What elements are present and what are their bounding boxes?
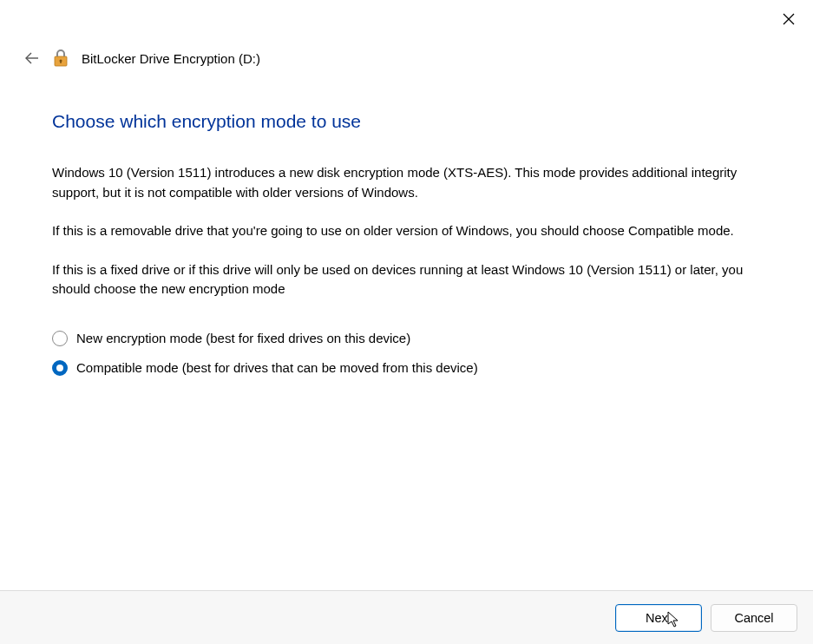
- encryption-mode-radio-group: New encryption mode (best for fixed driv…: [52, 331, 761, 376]
- header-row: BitLocker Drive Encryption (D:): [0, 35, 813, 68]
- titlebar: [0, 0, 813, 35]
- content-area: Choose which encryption mode to use Wind…: [0, 68, 813, 590]
- next-button[interactable]: Next: [615, 604, 702, 632]
- bitlocker-lock-icon: [52, 49, 69, 68]
- description-paragraph-2: If this is a removable drive that you're…: [52, 221, 761, 241]
- radio-new-encryption-mode[interactable]: New encryption mode (best for fixed driv…: [52, 331, 761, 346]
- radio-label-new-mode: New encryption mode (best for fixed driv…: [76, 331, 410, 345]
- description-paragraph-1: Windows 10 (Version 1511) introduces a n…: [52, 163, 761, 202]
- cancel-button[interactable]: Cancel: [711, 604, 797, 632]
- close-button[interactable]: [775, 7, 803, 31]
- wizard-title: BitLocker Drive Encryption (D:): [82, 51, 260, 66]
- wizard-footer: Next Cancel: [0, 590, 813, 644]
- close-icon: [783, 13, 795, 25]
- page-heading: Choose which encryption mode to use: [52, 111, 761, 132]
- back-arrow-icon[interactable]: [24, 50, 40, 66]
- svg-rect-5: [60, 61, 61, 63]
- bitlocker-wizard-window: BitLocker Drive Encryption (D:) Choose w…: [0, 0, 813, 644]
- radio-icon: [52, 331, 68, 346]
- radio-compatible-mode[interactable]: Compatible mode (best for drives that ca…: [52, 360, 761, 376]
- description-paragraph-3: If this is a fixed drive or if this driv…: [52, 260, 761, 299]
- radio-icon: [52, 360, 68, 376]
- radio-label-compatible-mode: Compatible mode (best for drives that ca…: [76, 360, 478, 375]
